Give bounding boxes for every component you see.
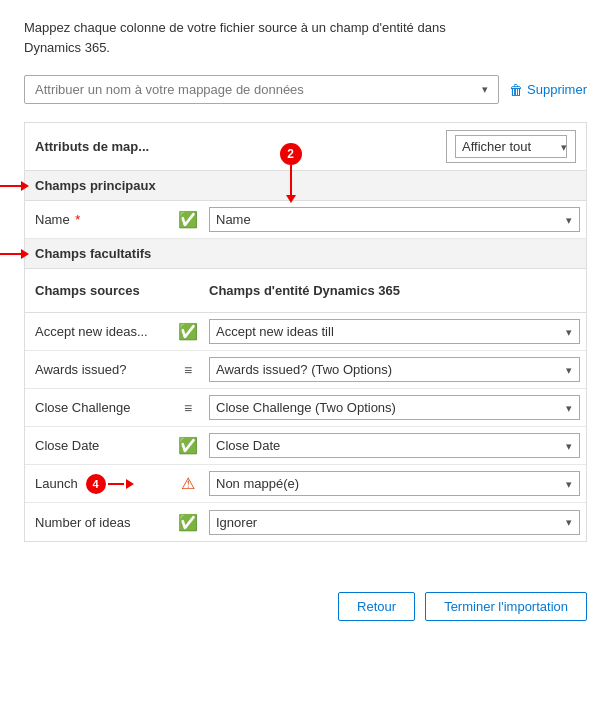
annotation-4-arrow-line: [108, 483, 124, 485]
row-target-select[interactable]: Close Challenge (Two Options): [209, 395, 580, 420]
table-row: Close Challenge ≡ Close Challenge (Two O…: [25, 389, 586, 427]
delete-mapping-button[interactable]: 🗑 Supprimer: [509, 82, 587, 98]
name-target[interactable]: Name: [203, 203, 586, 236]
mapping-name-dropdown[interactable]: Attribuer un nom à votre mappage de donn…: [24, 75, 499, 104]
name-icon: ✅: [173, 210, 203, 229]
afficher-dropdown-wrapper[interactable]: Afficher tout: [446, 130, 576, 163]
row-source: Launch 4: [25, 466, 173, 502]
annotation-2-arrow-head: [286, 195, 296, 203]
row-icon: ≡: [173, 400, 203, 416]
table-row: Launch 4 ⚠ Non mappé(e: [25, 465, 586, 503]
delete-label: Supprimer: [527, 82, 587, 97]
annotation-3-arrow-head: [21, 249, 29, 259]
row-icon: ≡: [173, 362, 203, 378]
table-row: Number of ideas ✅ Ignorer 5: [25, 503, 586, 541]
col-header-source: Champs sources: [25, 275, 173, 306]
name-field-row: Name * ✅ Name: [25, 201, 586, 239]
check-icon: ✅: [178, 322, 198, 341]
row-target-select[interactable]: Ignorer: [209, 510, 580, 535]
col-header-target: Champs d'entité Dynamics 365: [203, 279, 586, 302]
annotation-1-arrow-head: [21, 181, 29, 191]
launch-label: Launch: [35, 476, 78, 491]
row-target-select[interactable]: Accept new ideas till: [209, 319, 580, 344]
column-headers-row: Champs sources Champs d'entité Dynamics …: [25, 269, 586, 313]
table-row: Accept new ideas... ✅ Accept new ideas t…: [25, 313, 586, 351]
annotation-2-arrow-line: [290, 165, 292, 195]
row-target-select[interactable]: Awards issued? (Two Options): [209, 357, 580, 382]
row-target-select[interactable]: Non mappé(e): [209, 471, 580, 496]
section1-label: Champs principaux: [35, 178, 156, 193]
mapping-table: Attributs de map... 2 Afficher tout: [24, 122, 587, 542]
annotation-4-arrow-head: [126, 479, 134, 489]
annotation-2-circle: 2: [280, 143, 302, 165]
back-button[interactable]: Retour: [338, 592, 415, 621]
check-icon: ✅: [178, 210, 198, 229]
table-row: Close Date ✅ Close Date: [25, 427, 586, 465]
section2-label: Champs facultatifs: [35, 246, 151, 261]
finish-import-button[interactable]: Terminer l'importation: [425, 592, 587, 621]
row-icon: ✅: [173, 322, 203, 341]
row-target[interactable]: Ignorer 5: [203, 506, 586, 539]
mapping-dropdown-chevron: ▾: [482, 83, 488, 96]
section-optional-fields: 3 Champs facultatifs: [25, 239, 586, 269]
list-icon: ≡: [184, 362, 192, 378]
row-source: Close Date: [25, 430, 173, 461]
row-target-select[interactable]: Close Date: [209, 433, 580, 458]
row-target[interactable]: Awards issued? (Two Options): [203, 353, 586, 386]
name-source-label: Name *: [25, 204, 173, 235]
annotation-1-arrow-line: [0, 185, 21, 187]
row-source: Accept new ideas...: [25, 316, 173, 347]
row-icon: ✅: [173, 513, 203, 532]
required-star: *: [75, 212, 80, 227]
footer: Retour Terminer l'importation: [0, 572, 611, 641]
list-icon: ≡: [184, 400, 192, 416]
table-row: Awards issued? ≡ Awards issued? (Two Opt…: [25, 351, 586, 389]
row-source: Number of ideas: [25, 507, 173, 538]
row-source: Awards issued?: [25, 354, 173, 385]
row-source: Close Challenge: [25, 392, 173, 423]
check-icon: ✅: [178, 513, 198, 532]
attr-label: Attributs de map...: [35, 139, 149, 154]
mapping-header: Attribuer un nom à votre mappage de donn…: [24, 75, 587, 104]
row-target[interactable]: Close Date: [203, 429, 586, 462]
table-top-bar: Attributs de map... 2 Afficher tout: [25, 123, 586, 171]
row-icon: ⚠: [173, 474, 203, 493]
afficher-select[interactable]: Afficher tout: [455, 135, 567, 158]
section-main-fields: 1 Champs principaux: [25, 171, 586, 201]
row-target[interactable]: Accept new ideas till: [203, 315, 586, 348]
trash-icon: 🗑: [509, 82, 523, 98]
warning-icon: ⚠: [181, 474, 195, 493]
annotation-4-circle: 4: [86, 474, 106, 494]
description-text: Mappez chaque colonne de votre fichier s…: [24, 18, 587, 57]
row-icon: ✅: [173, 436, 203, 455]
row-target[interactable]: Non mappé(e): [203, 467, 586, 500]
row-target[interactable]: Close Challenge (Two Options): [203, 391, 586, 424]
annotation-3-arrow-line: [0, 253, 21, 255]
check-icon: ✅: [178, 436, 198, 455]
mapping-name-placeholder: Attribuer un nom à votre mappage de donn…: [35, 82, 304, 97]
name-target-select[interactable]: Name: [209, 207, 580, 232]
